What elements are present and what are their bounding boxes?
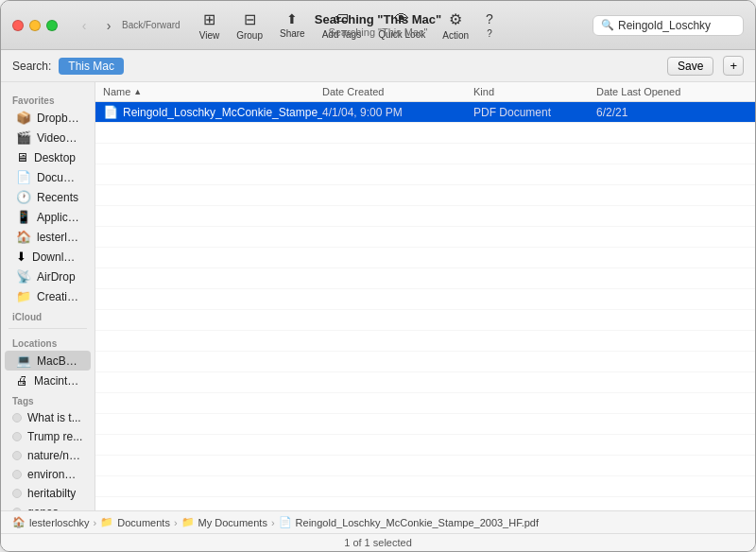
empty-row <box>95 414 755 435</box>
path-separator: › <box>94 517 97 528</box>
titlebar: ‹ › Back/Forward ⊞ View ⊟ Group ⬆ Share … <box>1 1 755 50</box>
date-last-opened-column-header[interactable]: Date Last Opened <box>596 86 747 97</box>
search-scope-this-mac[interactable]: This Mac <box>59 58 124 75</box>
view-label: View <box>199 30 220 41</box>
maximize-button[interactable] <box>46 20 58 31</box>
downloads-icon: ⬇ <box>16 250 26 264</box>
tag-dot <box>12 489 22 498</box>
sidebar-item-airdrop[interactable]: 📡 AirDrop <box>5 267 91 286</box>
path-item-lesterloschky[interactable]: lesterloschky <box>29 517 90 528</box>
table-row[interactable]: 📄 Reingold_Loschky_McConkie_Stampe_2003_… <box>95 102 755 123</box>
empty-row <box>95 164 755 185</box>
help-icon: ? <box>486 11 493 26</box>
sidebar-item-applications[interactable]: 📱 Applicati... <box>5 207 91 227</box>
path-item-file[interactable]: Reingold_Loschky_McConkie_Stampe_2003_HF… <box>296 517 539 528</box>
file-name: 📄 Reingold_Loschky_McConkie_Stampe_2003_… <box>103 105 322 119</box>
sidebar-item-documents[interactable]: 📄 Documents <box>5 167 91 187</box>
share-icon: ⬆ <box>286 11 298 26</box>
search-bar: Search: This Mac Save + <box>1 50 755 82</box>
path-separator: › <box>271 517 275 528</box>
tag-item-genes[interactable]: genes <box>1 503 94 510</box>
file-date-created: 4/1/04, 9:00 PM <box>322 106 473 119</box>
pdf-icon: 📄 <box>103 105 118 119</box>
empty-row <box>95 227 755 248</box>
sidebar-item-recents[interactable]: 🕐 Recents <box>5 187 91 207</box>
documents-icon: 📄 <box>16 170 31 184</box>
tag-label: nature/nu... <box>27 449 83 462</box>
action-icon: ⚙ <box>449 10 462 28</box>
sidebar-item-dropbox[interactable]: 📦 Dropbox <box>5 108 91 128</box>
tags-section-label: Tags <box>1 390 94 408</box>
home-icon: 🏠 <box>16 230 31 244</box>
path-file-icon: 📄 <box>279 516 292 528</box>
sidebar-item-desktop[interactable]: 🖥 Desktop <box>5 147 91 167</box>
airdrop-icon: 📡 <box>16 269 31 284</box>
empty-row <box>95 123 755 144</box>
sidebar-item-macbook[interactable]: 💻 MacBook... <box>5 351 91 371</box>
help-button[interactable]: ? ? <box>486 11 493 39</box>
share-button[interactable]: ⬆ Share <box>280 11 305 39</box>
empty-row <box>95 476 755 497</box>
tag-item-environment[interactable]: environm... <box>1 465 94 484</box>
path-item-my-documents[interactable]: My Documents <box>198 517 267 528</box>
tag-item-nature[interactable]: nature/nu... <box>1 446 94 465</box>
sidebar-item-label: Creative... <box>37 290 79 303</box>
favorites-section-label: Favorites <box>1 90 94 108</box>
back-button[interactable]: ‹ <box>73 16 95 35</box>
sidebar-item-creative[interactable]: 📁 Creative... <box>5 286 91 306</box>
minimize-button[interactable] <box>29 20 41 31</box>
path-item-documents[interactable]: Documents <box>117 517 170 528</box>
help-label: ? <box>487 28 492 39</box>
path-bar: 🏠 lesterloschky › 📁 Documents › 📁 My Doc… <box>1 510 755 533</box>
empty-row <box>95 289 755 310</box>
kind-column-header[interactable]: Kind <box>473 86 596 97</box>
empty-row <box>95 185 755 206</box>
view-button[interactable]: ⊞ View <box>199 10 220 41</box>
share-label: Share <box>280 28 305 39</box>
file-kind: PDF Document <box>473 106 596 119</box>
tag-label: heritabilty <box>27 487 76 500</box>
tag-item-trump[interactable]: Trump re... <box>1 427 94 446</box>
sort-arrow: ▲ <box>133 87 142 96</box>
sidebar-item-label: Documents <box>37 171 79 184</box>
tag-dot <box>12 451 22 460</box>
empty-row <box>95 144 755 164</box>
window-title: Searching "This Mac" <box>315 12 441 26</box>
empty-row <box>95 331 755 352</box>
tag-item-heritabilty[interactable]: heritabilty <box>1 484 94 503</box>
forward-button[interactable]: › <box>97 16 120 35</box>
file-list: Name ▲ Date Created Kind Date Last Opene… <box>95 82 755 510</box>
sidebar-item-label: Downloads <box>32 250 79 264</box>
path-home-icon: 🏠 <box>12 516 26 528</box>
window-title-area: Searching "This Mac" Searching "This Mac… <box>315 12 441 38</box>
action-button[interactable]: ⚙ Action <box>442 10 469 41</box>
sidebar-item-video-ga[interactable]: 🎬 Video Ga... <box>5 128 91 147</box>
sidebar-item-label: AirDrop <box>37 270 76 284</box>
search-box[interactable]: 🔍 Reingold_Loschky <box>593 15 744 36</box>
tag-dot <box>12 432 22 441</box>
empty-row <box>95 352 755 372</box>
path-folder-icon-2: 📁 <box>181 516 195 528</box>
back-forward-label: Back/Forward <box>122 20 180 30</box>
add-search-button[interactable]: + <box>723 56 744 76</box>
group-icon: ⊟ <box>244 10 256 28</box>
date-created-column-header[interactable]: Date Created <box>322 86 473 97</box>
sidebar-divider <box>9 328 87 329</box>
group-button[interactable]: ⊟ Group <box>236 10 263 41</box>
sidebar: Favorites 📦 Dropbox 🎬 Video Ga... 🖥 Desk… <box>1 82 95 510</box>
empty-row <box>95 310 755 331</box>
close-button[interactable] <box>12 20 24 31</box>
sidebar-item-label: MacBook... <box>37 354 79 368</box>
name-column-header[interactable]: Name ▲ <box>103 86 322 97</box>
sidebar-item-label: Recents <box>37 191 78 204</box>
sidebar-item-label: Macintos... <box>34 374 79 388</box>
search-input[interactable]: Reingold_Loschky <box>618 19 735 32</box>
tag-item-what-is-t[interactable]: What is t... <box>1 408 94 427</box>
status-text: 1 of 1 selected <box>344 537 412 548</box>
sidebar-item-downloads[interactable]: ⬇ Downloads <box>5 247 91 267</box>
save-search-button[interactable]: Save <box>667 57 713 76</box>
empty-row <box>95 248 755 268</box>
path-separator: › <box>174 517 178 528</box>
sidebar-item-macintosh[interactable]: 🖨 Macintos... <box>5 371 91 390</box>
sidebar-item-lesterloschky[interactable]: 🏠 lesterlosc... <box>5 227 91 247</box>
